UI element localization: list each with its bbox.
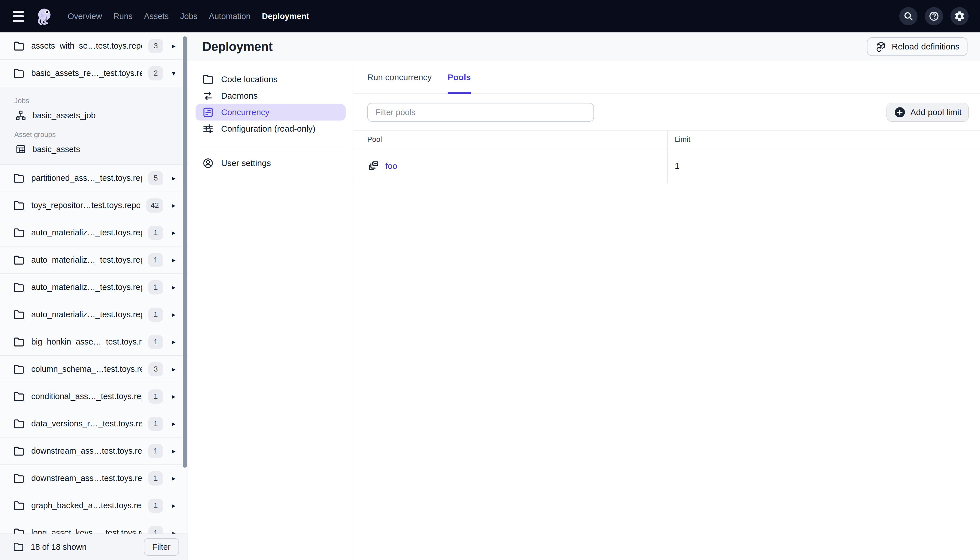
count-badge: 3 [148,39,163,53]
repo-row[interactable]: downstream_ass…test.toys.rep 1 ▸ [0,465,188,492]
job-icon [15,110,27,122]
filter-pools-input[interactable] [367,103,594,122]
menu-item-user-settings[interactable]: User settings [196,155,346,172]
menu-item-configuration[interactable]: Configuration (read-only) [196,120,346,137]
person-icon [202,157,214,169]
menu-label: Code locations [221,75,278,84]
chevron-icon[interactable]: ▸ [170,365,178,373]
folder-icon [13,472,25,485]
sidebar-item-asset-group[interactable]: basic_assets [0,141,188,157]
pools-table-header: Pool Limit [353,131,980,148]
count-badge: 1 [148,471,163,485]
count-badge: 2 [148,66,163,80]
nav-link[interactable]: Assets [144,12,169,21]
chevron-icon[interactable]: ▸ [170,420,178,428]
folder-icon [13,500,25,512]
repo-row[interactable]: long_asset_keys…_test.toys.rep 1 ▸ [0,519,188,533]
chevron-icon[interactable]: ▸ [170,174,178,182]
tab-pools[interactable]: Pools [448,62,471,93]
help-icon[interactable] [925,7,943,25]
folder-icon [13,67,25,80]
folder-icon [13,445,25,457]
chevron-icon[interactable]: ▾ [170,69,178,77]
chevron-icon[interactable]: ▸ [170,474,178,482]
menu-label: User settings [221,158,271,168]
repo-name: big_honkin_asse…_test.toys.rep [31,337,142,347]
repo-row[interactable]: big_honkin_asse…_test.toys.rep 1 ▸ [0,328,188,356]
tab-run-concurrency[interactable]: Run concurrency [367,62,432,93]
repo-row[interactable]: auto_materializ…_test.toys.repo 1 ▸ [0,274,188,301]
nav-link[interactable]: Runs [113,12,133,21]
chevron-icon[interactable]: ▸ [170,310,178,319]
chevron-icon[interactable]: ▸ [170,42,178,50]
nav-link[interactable]: Overview [68,12,102,21]
repo-name: graph_backed_a…test.toys.repo [31,501,142,510]
menu-item-daemons[interactable]: Daemons [196,88,346,104]
folder-icon [13,254,25,267]
tune-icon [202,123,214,135]
chevron-icon[interactable]: ▸ [170,392,178,400]
sidebar-scrollbar[interactable] [183,37,187,468]
repo-row[interactable]: data_versions_r…_test.toys.rep 1 ▸ [0,410,188,437]
deployment-menu: Code locations Daemons Concurrency Confi… [188,62,353,560]
code-location-sidebar: assets_with_se…test.toys.repo 3 ▸ basic_… [0,32,188,560]
menu-item-concurrency[interactable]: Concurrency [196,104,346,120]
chevron-icon[interactable]: ▸ [170,228,178,237]
chevron-icon[interactable]: ▸ [170,447,178,455]
job-name: basic_assets_job [32,111,95,120]
repo-name: partitioned_ass…_test.toys.rep [31,173,142,183]
repo-row[interactable]: toys_repositor…test.toys.repo 42 ▸ [0,192,188,219]
pool-link[interactable]: foo [385,161,397,171]
repo-row[interactable]: auto_materializ…_test.toys.repo 1 ▸ [0,247,188,274]
repo-list-top: assets_with_se…test.toys.repo 3 ▸ basic_… [0,32,188,87]
dagster-logo[interactable] [33,6,54,27]
repo-row[interactable]: graph_backed_a…test.toys.repo 1 ▸ [0,492,188,519]
repo-row[interactable]: column_schema_…test.toys.rep 3 ▸ [0,356,188,383]
pool-limit-value: 1 [667,148,980,183]
pool-layers-icon [367,160,380,173]
repo-row[interactable]: downstream_ass…test.toys.rep 1 ▸ [0,437,188,465]
menu-divider [196,146,346,147]
repo-row[interactable]: assets_with_se…test.toys.repo 3 ▸ [0,32,188,60]
settings-gear-icon[interactable] [950,7,968,25]
chevron-icon[interactable]: ▸ [170,502,178,510]
chevron-icon[interactable]: ▸ [170,283,178,292]
asset-group-name: basic_assets [32,145,80,154]
repo-row[interactable]: partitioned_ass…_test.toys.rep 5 ▸ [0,165,188,192]
repo-row[interactable]: auto_materializ…_test.toys.repo 1 ▸ [0,219,188,247]
repo-name: downstream_ass…test.toys.rep [31,446,142,456]
add-pool-limit-button[interactable]: Add pool limit [887,103,968,122]
folder-icon [13,541,25,553]
menu-label: Concurrency [221,107,270,117]
repo-name: conditional_ass…_test.toys.repo [31,392,142,401]
sidebar-footer: 18 of 18 shown Filter [0,533,188,560]
sidebar-item-job[interactable]: basic_assets_job [0,107,188,124]
repo-name: data_versions_r…_test.toys.rep [31,419,142,428]
chevron-icon[interactable]: ▸ [170,529,178,533]
repo-name: toys_repositor…test.toys.repo [31,201,140,210]
reload-definitions-button[interactable]: Reload definitions [867,37,968,56]
chevron-icon[interactable]: ▸ [170,256,178,264]
folder-icon [13,390,25,403]
count-badge: 1 [148,526,163,534]
concurrency-tabs: Run concurrency Pools [353,62,980,93]
asset-group-icon [15,143,27,155]
chevron-icon[interactable]: ▸ [170,338,178,346]
repo-row[interactable]: conditional_ass…_test.toys.repo 1 ▸ [0,383,188,410]
folder-icon [13,199,25,212]
menu-item-code-locations[interactable]: Code locations [196,71,346,88]
menu-icon[interactable] [13,11,24,22]
repo-row[interactable]: auto_materializ…_test.toys.repo 1 ▸ [0,301,188,328]
folder-icon [13,172,25,185]
chevron-icon[interactable]: ▸ [170,201,178,210]
filter-button[interactable]: Filter [144,538,179,556]
nav-link[interactable]: Deployment [262,12,309,21]
repo-row[interactable]: basic_assets_re…_test.toys.rep 2 ▾ [0,60,188,87]
plus-circle-icon [893,106,906,118]
nav-link[interactable]: Automation [209,12,251,21]
search-icon[interactable] [899,7,917,25]
count-badge: 3 [148,362,163,377]
count-badge: 1 [148,226,163,240]
folder-icon [13,227,25,239]
nav-link[interactable]: Jobs [180,12,198,21]
